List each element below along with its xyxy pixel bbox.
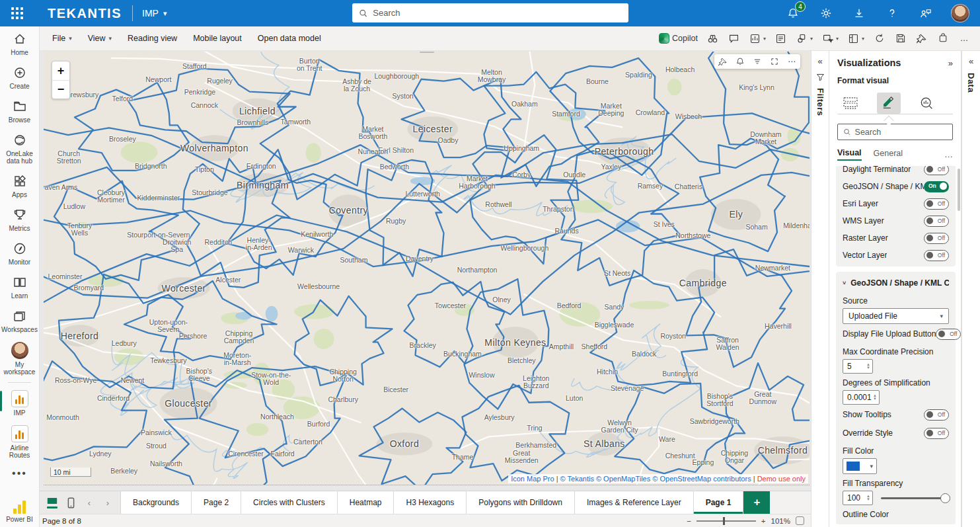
format-search-input[interactable] xyxy=(855,128,947,137)
zoom-slider-thumb[interactable] xyxy=(723,517,725,525)
notifications-button[interactable]: 4 xyxy=(786,6,800,20)
teams-share-button[interactable] xyxy=(934,30,952,47)
format-search[interactable] xyxy=(837,124,953,140)
menu-item-reading-view[interactable]: Reading view xyxy=(122,30,183,47)
text-box-button[interactable] xyxy=(772,30,790,47)
search-input[interactable] xyxy=(373,8,622,18)
layer-toggle[interactable]: Off xyxy=(924,233,949,244)
sidebar-item-metrics[interactable]: Metrics xyxy=(0,202,39,236)
fill-transparency-slider[interactable] xyxy=(881,497,949,499)
new-page-button[interactable]: ▾ xyxy=(845,30,868,47)
focus-mode-button[interactable] xyxy=(766,54,783,69)
save-button[interactable] xyxy=(891,30,910,47)
workspace-switcher[interactable]: IMP ▾ xyxy=(142,8,167,19)
web-layout-button[interactable] xyxy=(44,494,61,511)
page-tab-heatmap[interactable]: Heatmap xyxy=(338,491,395,514)
simplification-input[interactable]: 0.0001▲▼ xyxy=(843,390,880,405)
sidebar-item-browse[interactable]: Browse xyxy=(0,94,39,128)
source-dropdown[interactable]: Uploaded File ▾ xyxy=(843,308,949,324)
layer-toggle[interactable]: Off xyxy=(924,166,949,175)
zoom-out-button[interactable]: − xyxy=(687,517,691,525)
max-precision-input[interactable]: 5▲▼ xyxy=(843,359,873,374)
prev-page-button[interactable]: ‹ xyxy=(81,494,98,511)
menu-item-open-data-model[interactable]: Open data model xyxy=(252,30,327,47)
map-tiles[interactable] xyxy=(44,52,810,485)
global-search[interactable] xyxy=(352,3,628,22)
alerts-button[interactable] xyxy=(732,54,749,69)
page-tab-h3-hexagons[interactable]: H3 Hexagons xyxy=(394,491,467,514)
filters-pane-title[interactable]: Filters xyxy=(815,88,825,116)
sidebar-item-apps[interactable]: Apps xyxy=(0,169,39,202)
show-tooltips-toggle[interactable]: Off xyxy=(924,409,949,421)
tab-visual[interactable]: Visual xyxy=(837,148,862,161)
page-tab-page-2[interactable]: Page 2 xyxy=(192,491,241,514)
sidebar-item-learn[interactable]: Learn xyxy=(0,270,39,304)
slider-knob[interactable] xyxy=(940,493,950,503)
menu-item-view[interactable]: View▾ xyxy=(82,30,118,47)
sidebar-item-create[interactable]: Create xyxy=(0,60,39,94)
sidebar-item-workspaces[interactable]: Workspaces xyxy=(0,304,39,337)
page-tab-backgrounds[interactable]: Backgrounds xyxy=(121,491,192,514)
zoom-in-button[interactable]: + xyxy=(761,517,766,525)
spinner-arrows-icon[interactable]: ▲▼ xyxy=(866,363,870,370)
map-zoom-in-button[interactable]: + xyxy=(52,61,69,80)
sidebar-item-imp[interactable]: IMP xyxy=(0,385,39,421)
visual-drag-handle[interactable] xyxy=(420,52,434,53)
help-button[interactable] xyxy=(885,6,899,20)
page-tab-polygons-with-drilldown[interactable]: Polygons with Drilldown xyxy=(467,491,575,514)
attribution-text[interactable]: © Tekantis xyxy=(560,475,594,483)
next-page-button[interactable]: › xyxy=(99,494,116,511)
visual-gallery-button[interactable]: ▾ xyxy=(746,30,769,47)
spinner-arrows-icon[interactable]: ▲▼ xyxy=(873,394,877,401)
buttons-button[interactable]: ▾ xyxy=(819,30,842,47)
sidebar-item-onelake[interactable]: OneLake data hub xyxy=(0,128,39,169)
sidebar-item-home[interactable]: Home xyxy=(0,26,39,60)
visual-filters-button[interactable] xyxy=(749,54,766,69)
format-settings-scroll[interactable]: Daylight TerminatorOffGeoJSON / Shape / … xyxy=(829,166,961,527)
layer-toggle[interactable]: Off xyxy=(924,198,949,210)
spinner-arrows-icon[interactable]: ▲▼ xyxy=(866,495,870,501)
map-zoom-out-button[interactable]: − xyxy=(52,80,69,99)
fill-transparency-input[interactable]: 100▲▼ xyxy=(843,491,873,505)
data-pane-title[interactable]: Data xyxy=(966,73,976,93)
sidebar-item-my-workspace[interactable]: My workspace xyxy=(0,337,39,380)
fill-color-picker[interactable]: ▾ xyxy=(843,458,877,474)
account-avatar[interactable] xyxy=(951,4,969,22)
layer-toggle[interactable]: On xyxy=(924,181,949,192)
page-tab-page-1[interactable]: Page 1 xyxy=(694,491,744,514)
refresh-button[interactable] xyxy=(870,30,889,47)
pin-button[interactable] xyxy=(913,30,931,47)
sidebar-item-airline-routes[interactable]: Airline Routes xyxy=(0,421,39,463)
sidebar-item-monitor[interactable]: Monitor xyxy=(0,236,39,270)
expand-data-icon[interactable]: « xyxy=(969,56,973,66)
pane-scrollbar[interactable] xyxy=(958,169,960,211)
format-more-options-icon[interactable]: … xyxy=(944,149,953,159)
collapse-pane-icon[interactable]: » xyxy=(948,58,953,68)
menu-item-mobile-layout[interactable]: Mobile layout xyxy=(187,30,248,47)
feedback-button[interactable] xyxy=(918,6,932,20)
copilot-button[interactable]: Copilot xyxy=(656,30,701,47)
sidebar-item-more[interactable]: ••• xyxy=(0,463,39,483)
attribution-text[interactable]: Icon Map Pro xyxy=(511,475,554,483)
geojson-config-header[interactable]: ˅ GeoJSON / Shape / KML Conf... xyxy=(843,274,949,292)
layer-toggle[interactable]: Off xyxy=(924,250,949,261)
visual-more-options-button[interactable]: ⋯ xyxy=(783,54,800,69)
fields-tab-button[interactable] xyxy=(839,93,862,114)
fit-to-page-button[interactable] xyxy=(796,516,804,525)
tab-general[interactable]: General xyxy=(874,149,903,160)
layer-toggle[interactable]: Off xyxy=(924,216,949,227)
expand-filters-icon[interactable]: « xyxy=(817,56,822,66)
shapes-button[interactable]: ▾ xyxy=(793,30,816,47)
page-tab-circles-with-clusters[interactable]: Circles with Clusters xyxy=(241,491,338,514)
zoom-slider[interactable] xyxy=(697,520,756,522)
mobile-layout-button[interactable] xyxy=(62,494,79,511)
upload-button-toggle[interactable]: Off xyxy=(936,329,961,340)
comments-button[interactable] xyxy=(725,30,743,47)
attribution-text[interactable]: © OpenStreetMap contributors xyxy=(650,475,751,483)
menu-item-file[interactable]: File▾ xyxy=(46,30,78,47)
map-visual[interactable]: StaffordBurton on TrentLoughboroughMelto… xyxy=(44,52,810,485)
more-options-button[interactable]: … xyxy=(955,30,973,47)
download-button[interactable] xyxy=(852,6,866,20)
page-tab-images-reference-layer[interactable]: Images & Reference Layer xyxy=(575,491,694,514)
pin-visual-button[interactable] xyxy=(714,54,732,69)
